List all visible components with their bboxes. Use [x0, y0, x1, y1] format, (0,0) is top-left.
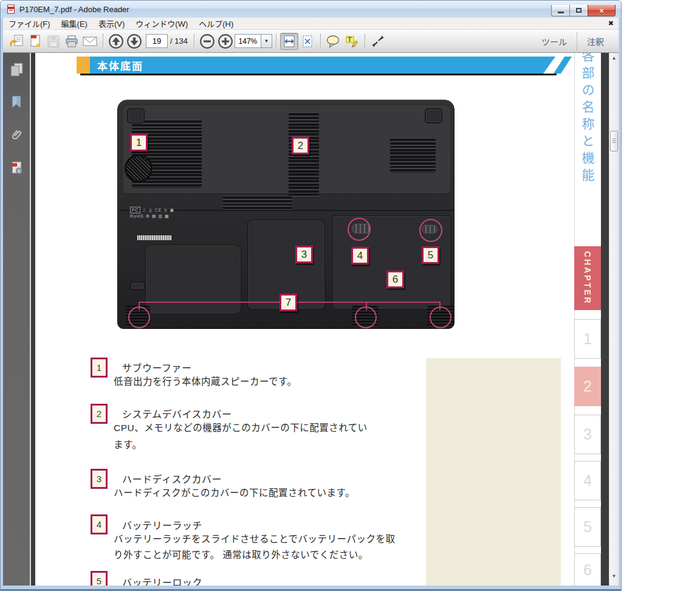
previous-page-button[interactable] [107, 33, 125, 50]
svg-text:★: ★ [35, 41, 41, 49]
scrollbar-thumb[interactable] [610, 131, 618, 151]
toolbar-separator [276, 33, 276, 49]
menu-help[interactable]: ヘルプ(H) [193, 18, 239, 29]
print-icon [64, 34, 79, 49]
minimize-button[interactable] [551, 5, 570, 16]
figure-callout-5: 5 [422, 246, 439, 264]
serial-barcode [137, 235, 171, 240]
toolbar: ★ [3, 30, 619, 53]
tab-number: 3 [583, 426, 592, 443]
fit-page-button[interactable] [298, 33, 317, 50]
navigation-pane-strip: i [3, 53, 31, 586]
menu-view[interactable]: 表示(V) [93, 18, 130, 29]
save-icon [46, 34, 61, 49]
tab-number: 2 [583, 378, 592, 395]
item-4-desc: バッテリーラッチをスライドさせることでバッテリーパックを取 [114, 531, 395, 547]
item-5-title: バッテリーロック [122, 575, 202, 586]
standards-info-button[interactable]: i [6, 157, 27, 178]
vent-grille-right [390, 138, 436, 173]
fit-page-icon [300, 34, 315, 49]
fc-mark: FC [130, 207, 140, 213]
latch-annotation-circle [348, 218, 371, 241]
adobe-reader-window: P170EM_7.pdf - Adobe Reader × ファイル(F) 編集… [0, 0, 622, 591]
item-5-badge: 5 [91, 571, 108, 586]
rubber-foot [130, 282, 145, 290]
svg-text:T: T [348, 36, 352, 43]
item-1-desc: 低音出力を行う本体内蔵スピーカーです。 [114, 374, 297, 390]
highlight-text-button[interactable]: T [343, 33, 361, 50]
tools-button[interactable]: ツール [532, 35, 577, 47]
ce-mark: CE [155, 208, 162, 212]
print-button[interactable] [63, 33, 81, 50]
bookmarks-button[interactable] [6, 92, 27, 112]
menu-edit[interactable]: 編集(E) [56, 18, 93, 29]
pdf-info-icon: i [9, 160, 24, 176]
menubar-close-icon[interactable]: ✖ [608, 19, 614, 27]
figure-callout-1: 1 [130, 134, 148, 151]
arrow-up-icon [108, 33, 124, 49]
window-controls: × [551, 5, 616, 16]
heading-banner: 本体底面 [90, 57, 555, 74]
attachments-button[interactable] [6, 125, 27, 145]
side-note-panel [426, 358, 561, 586]
item-2-desc-2: ます。 [114, 437, 142, 453]
figure-callout-7: 7 [280, 294, 297, 311]
chapter-tab-5: 5 [574, 507, 601, 547]
scroll-down-button[interactable]: ▼ [609, 571, 619, 581]
rubber-foot [127, 108, 145, 123]
zoom-out-button[interactable] [198, 33, 216, 50]
zoom-level-value[interactable]: 147% [235, 34, 261, 48]
page-thumbnails-icon [9, 61, 24, 77]
tab-number: 1 [583, 330, 592, 348]
zoom-in-button[interactable] [216, 33, 235, 50]
page-thumbnails-button[interactable] [6, 59, 27, 80]
plus-icon [218, 33, 233, 49]
window-title: P170EM_7.pdf - Adobe Reader [19, 5, 129, 14]
speaker-annotation-circle-left [128, 306, 150, 328]
figure-callout-4: 4 [351, 247, 369, 264]
close-button[interactable]: × [588, 5, 616, 16]
vent-grille-mid [223, 196, 292, 211]
chapter-tab: CHAPTER [574, 246, 601, 310]
item-2-badge: 2 [91, 404, 108, 424]
fullscreen-button[interactable] [369, 33, 387, 50]
zoom-dropdown-button[interactable]: ▼ [261, 34, 272, 48]
comment-bubble-icon [326, 34, 341, 49]
chapter-tab-3: 3 [574, 415, 601, 454]
toolbar-separator [194, 33, 194, 49]
toolbar-right-group: ツール 注釈 [532, 30, 614, 52]
arrow-down-icon [126, 33, 142, 49]
item-1-title: サブウーファー [122, 360, 192, 375]
item-3-badge: 3 [91, 469, 108, 489]
sticky-note-button[interactable] [324, 33, 343, 50]
certification-labels: FC ⚠ ◎ CE ① ▣ RoHS ♻ ▤ ▥ ▦ [130, 207, 188, 235]
scroll-up-button[interactable]: ▲ [609, 53, 619, 63]
vertical-scrollbar[interactable]: ▲ ▼ [609, 53, 619, 586]
heading-orange-block [77, 57, 90, 74]
speaker-annotation-circle-right [430, 306, 451, 328]
menu-window[interactable]: ウィンドウ(W) [130, 18, 193, 29]
item-4-desc-2: り外すことが可能です。 通常は取り外さないでください。 [114, 547, 368, 563]
email-icon [82, 34, 98, 49]
page-number-input[interactable] [146, 34, 168, 48]
open-file-button[interactable] [8, 33, 26, 50]
title-bar[interactable]: P170EM_7.pdf - Adobe Reader × [1, 1, 621, 18]
pdf-page: 本体底面 各部の名称と機能 CHAPTER 1 2 3 4 5 6 [35, 53, 601, 586]
create-pdf-button[interactable]: ★ [26, 33, 44, 50]
minimize-icon [558, 12, 564, 13]
close-icon: × [599, 7, 604, 15]
menu-file[interactable]: ファイル(F) [3, 18, 56, 29]
restore-button[interactable] [570, 5, 588, 16]
save-button[interactable] [44, 33, 63, 50]
figure-callout-3: 3 [295, 246, 313, 263]
subwoofer-speaker [125, 154, 153, 182]
email-button[interactable] [81, 33, 99, 50]
item-3-desc: ハードディスクがこのカバーの下に配置されています。 [114, 485, 355, 501]
item-2-title: システムデバイスカバー [122, 406, 232, 421]
comment-pane-button[interactable]: 注釈 [577, 35, 614, 47]
next-page-button[interactable] [125, 33, 143, 50]
figure-callout-6: 6 [386, 271, 404, 288]
tab-number: 4 [583, 472, 592, 489]
fit-width-button[interactable] [280, 33, 298, 50]
paperclip-icon [9, 127, 24, 143]
